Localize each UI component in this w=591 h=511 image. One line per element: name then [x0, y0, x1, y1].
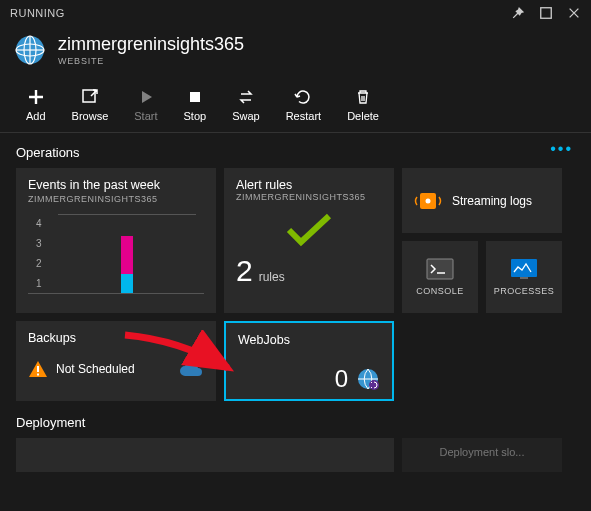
- command-toolbar: Add Browse Start Stop Swap Restart Delet…: [0, 78, 591, 133]
- backups-tile[interactable]: Backups Not Scheduled: [16, 321, 216, 401]
- stop-button[interactable]: Stop: [172, 84, 219, 126]
- site-name: zimmergreninsights365: [58, 34, 244, 55]
- backups-title: Backups: [28, 331, 204, 345]
- webjobs-count: 0: [335, 365, 348, 393]
- alert-subtitle: ZIMMERGRENINSIGHTS365: [236, 192, 382, 202]
- window-controls: [511, 6, 581, 20]
- warning-icon: [28, 359, 48, 379]
- svg-rect-13: [37, 366, 39, 372]
- maximize-icon[interactable]: [539, 6, 553, 20]
- webjobs-icon: [356, 367, 380, 391]
- svg-rect-14: [37, 374, 39, 376]
- restart-button[interactable]: Restart: [274, 84, 333, 126]
- console-icon: [426, 258, 454, 280]
- streaming-label: Streaming logs: [452, 194, 532, 208]
- streaming-logs-tile[interactable]: Streaming logs: [402, 168, 562, 233]
- processes-icon: [510, 258, 538, 280]
- deployment-tile[interactable]: [16, 438, 394, 472]
- alert-count: 2: [236, 254, 253, 288]
- console-tile[interactable]: CONSOLE: [402, 241, 478, 313]
- events-tile[interactable]: Events in the past week ZIMMERGRENINSIGH…: [16, 168, 216, 313]
- pin-icon[interactable]: [511, 6, 525, 20]
- svg-rect-12: [520, 277, 528, 279]
- processes-tile[interactable]: PROCESSES: [486, 241, 562, 313]
- webjobs-title: WebJobs: [238, 333, 380, 347]
- website-globe-icon: [14, 34, 46, 66]
- svg-rect-0: [541, 8, 552, 19]
- deployment-slots-tile[interactable]: Deployment slo...: [402, 438, 562, 472]
- operations-heading: Operations: [0, 133, 591, 168]
- cloud-icon: [178, 360, 204, 378]
- events-title: Events in the past week: [28, 178, 204, 192]
- delete-button[interactable]: Delete: [335, 84, 391, 126]
- add-button[interactable]: Add: [14, 84, 58, 126]
- svg-rect-7: [190, 92, 200, 102]
- webjobs-tile[interactable]: WebJobs 0: [224, 321, 394, 401]
- close-icon[interactable]: [567, 6, 581, 20]
- alert-label: rules: [259, 270, 285, 284]
- streaming-icon: [414, 189, 442, 213]
- site-type: WEBSITE: [58, 56, 244, 66]
- more-menu[interactable]: •••: [550, 140, 573, 158]
- events-subtitle: ZIMMERGRENINSIGHTS365: [28, 194, 204, 204]
- start-button: Start: [122, 84, 169, 126]
- browse-button[interactable]: Browse: [60, 84, 121, 126]
- swap-button[interactable]: Swap: [220, 84, 272, 126]
- alert-title: Alert rules: [236, 178, 382, 192]
- backups-status: Not Scheduled: [56, 362, 135, 376]
- alert-rules-tile[interactable]: Alert rules ZIMMERGRENINSIGHTS365 2 rule…: [224, 168, 394, 313]
- status-label: RUNNING: [10, 7, 65, 19]
- events-chart: 4 3 2 1: [28, 214, 204, 294]
- deployment-heading: Deployment: [0, 401, 591, 438]
- svg-rect-6: [83, 90, 95, 102]
- check-icon: [284, 212, 334, 248]
- svg-point-9: [426, 198, 431, 203]
- svg-rect-10: [427, 259, 453, 279]
